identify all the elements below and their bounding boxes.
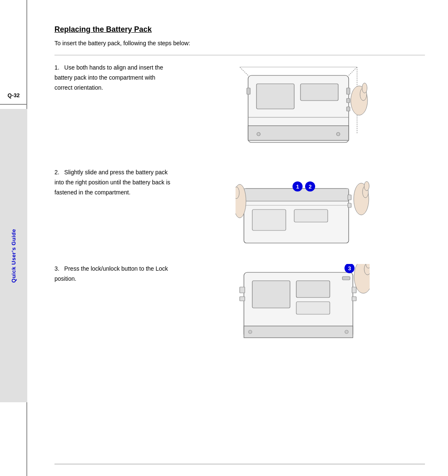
section-title: Replacing the Battery Pack — [54, 25, 425, 34]
page-number: Q-32 — [0, 92, 27, 98]
step-3-row: 3. Press the lock/unlock button to the L… — [54, 264, 425, 348]
step-2-illustration: 1 2 — [236, 168, 370, 251]
step-3-text-col: 3. Press the lock/unlock button to the L… — [54, 264, 180, 287]
intro-text: To insert the battery pack, following th… — [54, 40, 425, 47]
svg-point-42 — [345, 330, 348, 334]
step-1-image-col — [180, 63, 425, 155]
svg-text:3: 3 — [348, 265, 351, 272]
step-1-svg — [236, 63, 370, 155]
svg-rect-35 — [244, 326, 353, 338]
svg-point-5 — [257, 132, 260, 136]
svg-rect-7 — [347, 88, 350, 94]
step-2-row: 2. Slightly slide and press the battery … — [54, 168, 425, 251]
svg-rect-9 — [347, 107, 350, 111]
main-content: Replacing the Battery Pack To insert the… — [27, 0, 448, 476]
step-2-body: Slightly slide and press the battery pac… — [54, 169, 170, 196]
left-sidebar: Q-32 Quick User's Guide — [0, 0, 27, 476]
svg-rect-38 — [240, 297, 245, 301]
step-1-body: Use both hands to align and insert the b… — [54, 64, 163, 91]
svg-text:1: 1 — [296, 184, 299, 190]
svg-point-26 — [364, 181, 369, 191]
svg-rect-8 — [347, 98, 350, 103]
step-3-illustration: 3 — [236, 264, 370, 348]
sidebar-label: Quick User's Guide — [10, 229, 17, 282]
step-2-text-col: 2. Slightly slide and press the battery … — [54, 168, 180, 200]
step-3-body: Press the lock/unlock button to the Lock… — [54, 265, 168, 282]
svg-rect-3 — [248, 126, 349, 140]
svg-rect-39 — [352, 287, 356, 293]
svg-point-6 — [337, 132, 340, 136]
step-1-number: 1. Use both hands to align and insert th… — [54, 63, 172, 93]
svg-rect-37 — [240, 287, 245, 293]
svg-rect-34 — [296, 302, 330, 314]
svg-text:2: 2 — [308, 184, 311, 190]
svg-rect-20 — [348, 195, 351, 200]
svg-point-13 — [362, 83, 367, 93]
svg-rect-18 — [294, 210, 328, 222]
svg-rect-17 — [252, 210, 286, 230]
step-1-illustration — [236, 63, 370, 155]
svg-rect-1 — [256, 84, 294, 109]
sidebar-label-container: Quick User's Guide — [0, 109, 27, 402]
step-1-text-col: 1. Use both hands to align and insert th… — [54, 63, 180, 95]
svg-rect-2 — [300, 84, 338, 101]
svg-rect-36 — [342, 277, 350, 280]
svg-point-41 — [249, 330, 252, 334]
svg-rect-32 — [252, 281, 290, 308]
step-2-image-col: 1 2 — [180, 168, 425, 251]
step-1-row: 1. Use both hands to align and insert th… — [54, 63, 425, 155]
svg-rect-40 — [352, 297, 356, 301]
step-3-number: 3. Press the lock/unlock button to the L… — [54, 264, 172, 284]
svg-rect-33 — [296, 281, 330, 298]
svg-rect-10 — [247, 88, 250, 94]
step-3-svg: 3 — [236, 264, 370, 348]
step-2-number: 2. Slightly slide and press the battery … — [54, 168, 172, 197]
step1-divider — [54, 55, 425, 55]
bottom-rule — [54, 464, 425, 464]
step-3-image-col: 3 — [180, 264, 425, 348]
step-2-svg: 1 2 — [236, 168, 370, 251]
svg-rect-21 — [348, 203, 351, 207]
sidebar-divider — [0, 104, 27, 105]
